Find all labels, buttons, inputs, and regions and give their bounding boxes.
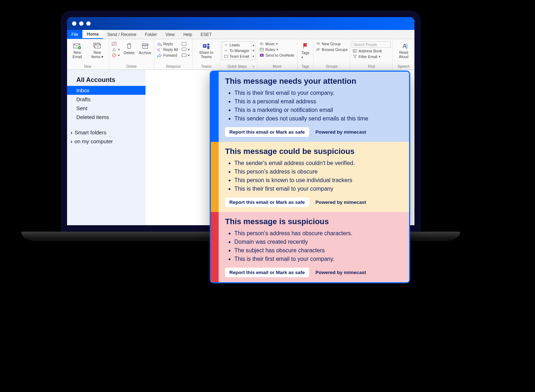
ignore-button[interactable]	[111, 41, 121, 46]
cleanup-button[interactable]: ▾	[111, 47, 121, 52]
alert-reason: This person's address has obscure charac…	[234, 229, 403, 238]
powered-by-label: Powered by mimecast	[316, 129, 366, 135]
tab-home[interactable]: Home	[82, 30, 103, 39]
report-or-safe-button[interactable]: Report this email or Mark as safe	[225, 197, 309, 207]
alert-reason: This person's address is obscure	[234, 167, 403, 176]
send-to-onenote-button[interactable]: NSend to OneNote	[259, 53, 296, 58]
quicksteps-launcher[interactable]: ↘	[252, 65, 255, 68]
reply-all-button[interactable]: Reply All	[156, 47, 179, 52]
delete-label: Delete	[124, 51, 134, 55]
new-group-button[interactable]: New Group	[315, 41, 348, 46]
alert-reasons: The sender's email address couldn't be v…	[225, 159, 403, 193]
im-button[interactable]: ▾	[180, 47, 191, 52]
meeting-button[interactable]	[180, 41, 191, 46]
ribbon-group-label: Move	[259, 64, 296, 69]
folder-drafts[interactable]: Drafts	[67, 95, 146, 104]
search-people-input[interactable]: Search People	[352, 41, 391, 48]
window-control-dot[interactable]	[79, 21, 83, 26]
address-book-button[interactable]: Address Book	[352, 48, 391, 53]
flag-icon	[301, 42, 310, 50]
share-to-teams-button[interactable]: T Share to Teams	[194, 41, 219, 60]
svg-rect-18	[260, 48, 264, 51]
folder-smart[interactable]: › Smart folders	[67, 128, 146, 137]
tags-label: Tags▾	[301, 51, 309, 59]
filter-email-button[interactable]: Filter Email ▾	[352, 54, 391, 59]
window-control-dot[interactable]	[86, 21, 91, 26]
ribbon-group-label: Find	[352, 64, 391, 69]
rules-button[interactable]: Rules ▾	[259, 47, 296, 52]
ribbon-group-label: Speech	[394, 64, 413, 69]
move-button[interactable]: Move ▾	[259, 41, 296, 46]
junk-button[interactable]: ▾	[111, 53, 121, 58]
tab-view[interactable]: View	[161, 30, 179, 39]
new-email-label: New Email	[70, 51, 85, 59]
ribbon-group-label: New	[68, 64, 107, 69]
svg-rect-12	[182, 48, 186, 51]
browse-groups-button[interactable]: Browse Groups	[315, 47, 348, 52]
quickstep-to-manager[interactable]: To Manager	[223, 48, 250, 53]
svg-rect-11	[182, 42, 186, 46]
tab-folder[interactable]: Folder	[141, 30, 161, 39]
tab-eset[interactable]: ESET	[197, 30, 216, 39]
svg-text:N: N	[261, 54, 263, 57]
svg-point-24	[317, 48, 318, 50]
new-email-button[interactable]: New Email	[68, 41, 86, 60]
report-or-safe-button[interactable]: Report this email or Mark as safe	[225, 268, 309, 277]
alert-could-be-suspicious: This message could be suspicious The sen…	[211, 142, 409, 212]
quickstep-team-email[interactable]: Team Email	[223, 54, 250, 59]
folder-inbox[interactable]: Inbox	[67, 86, 146, 95]
alert-reason: This is their first email to your compan…	[234, 255, 403, 263]
svg-point-23	[318, 43, 320, 44]
tags-button[interactable]: Tags▾	[299, 41, 312, 60]
quickstep-expand[interactable]: ▾	[253, 55, 254, 58]
alert-reason: This is a marketing or notification emai…	[234, 106, 403, 114]
ribbon-group-move: Move ▾ Rules ▾ NSend to OneNote Move	[257, 39, 297, 69]
alert-reason: This is their first email to your compan…	[234, 89, 403, 97]
folder-deleted[interactable]: Deleted items	[67, 113, 146, 122]
window-control-dot[interactable]	[72, 21, 76, 26]
ribbon-group-groups: New Group Browse Groups Groups	[314, 39, 350, 69]
read-aloud-icon: A	[399, 42, 408, 50]
alert-reason: This is a personal email address	[234, 97, 403, 106]
all-accounts-heading[interactable]: All Accounts	[67, 75, 146, 86]
folder-computer-label: on my computer	[75, 138, 113, 144]
ribbon-tabs: File Home Send / Receive Folder View Hel…	[67, 30, 414, 39]
alert-suspicious: This message is suspicious This person's…	[211, 212, 409, 282]
forward-button[interactable]: Forward	[156, 53, 179, 58]
folder-smart-label: Smart folders	[75, 129, 106, 135]
powered-by-label: Powered by mimecast	[316, 270, 366, 275]
tab-file[interactable]: File	[67, 30, 82, 39]
alert-color-bar	[211, 142, 219, 212]
quickstep-leads[interactable]: Leads	[223, 42, 250, 47]
alert-title: This message needs your attention	[225, 77, 403, 86]
ribbon-group-speech: A Read Aloud Speech	[393, 39, 414, 69]
teams-label: Share to Teams	[195, 51, 217, 59]
alert-reason: Domain was created recently	[234, 238, 403, 246]
teams-icon: T	[202, 42, 210, 50]
archive-button[interactable]: Archive	[137, 41, 153, 56]
ribbon-group-respond: Reply Reply All Forward ▾ ▾ Respond	[154, 39, 193, 69]
delete-button[interactable]: Delete	[122, 41, 136, 56]
ribbon-group-teams: T Share to Teams Teams	[193, 39, 220, 69]
svg-point-27	[354, 50, 355, 52]
more-respond-button[interactable]: ▾	[180, 53, 191, 58]
svg-text:A: A	[403, 43, 407, 49]
svg-point-16	[207, 43, 209, 46]
ribbon-group-quicksteps: Leads To Manager Team Email ▴ ▾ ▾ Quick …	[220, 39, 257, 69]
read-aloud-button[interactable]: A Read Aloud	[394, 41, 413, 60]
read-aloud-label: Read Aloud	[396, 51, 412, 59]
tab-help[interactable]: Help	[179, 30, 197, 39]
folder-sent[interactable]: Sent	[67, 104, 146, 113]
quickstep-scroll-down[interactable]: ▾	[253, 49, 254, 52]
quickstep-scroll-up[interactable]: ▴	[253, 43, 254, 47]
ribbon-group-label: Groups	[315, 64, 348, 69]
tab-send-receive[interactable]: Send / Receive	[103, 30, 141, 39]
ribbon-group-find: Search People Address Book Filter Email …	[350, 39, 393, 69]
reply-button[interactable]: Reply	[156, 41, 179, 46]
new-items-button[interactable]: New Items ▾	[87, 41, 107, 60]
chevron-right-icon: ›	[71, 138, 72, 144]
chevron-right-icon: ›	[71, 129, 72, 135]
ribbon-group-delete: ▾ ▾ Delete Archive Delete	[109, 39, 154, 69]
report-or-safe-button[interactable]: Report this email or Mark as safe	[225, 127, 309, 137]
folder-on-my-computer[interactable]: › on my computer	[67, 137, 146, 146]
